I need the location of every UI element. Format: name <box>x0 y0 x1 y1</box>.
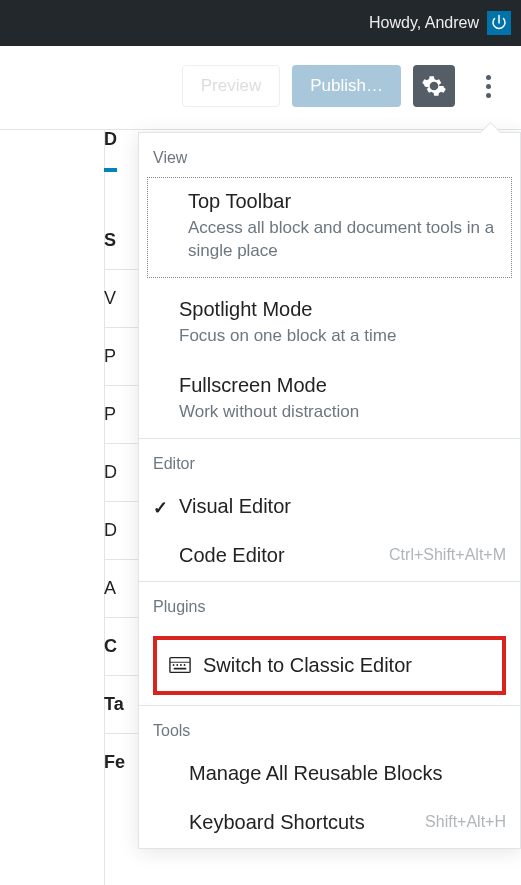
section-label-plugins: Plugins <box>139 582 520 626</box>
menu-item-title: Fullscreen Mode <box>179 374 506 397</box>
menu-item-keyboard-shortcuts[interactable]: Keyboard Shortcuts Shift+Alt+H <box>139 799 520 848</box>
divider <box>0 129 521 130</box>
menu-item-title: Visual Editor <box>179 495 506 518</box>
keyboard-shortcut: Ctrl+Shift+Alt+M <box>389 546 506 564</box>
gear-icon <box>421 73 447 99</box>
menu-item-title: Manage All Reusable Blocks <box>189 762 506 785</box>
section-label-editor: Editor <box>139 439 520 483</box>
editor-toolbar: Preview Publish… <box>0 46 521 126</box>
admin-bar: Howdy, Andrew <box>0 0 521 46</box>
menu-item-title: Switch to Classic Editor <box>203 654 412 677</box>
menu-item-fullscreen-mode[interactable]: Fullscreen Mode Work without distraction <box>139 362 520 438</box>
preview-button[interactable]: Preview <box>182 65 280 107</box>
menu-item-visual-editor[interactable]: ✓ Visual Editor <box>139 483 520 532</box>
publish-button[interactable]: Publish… <box>292 65 401 107</box>
user-avatar[interactable] <box>487 11 511 35</box>
check-icon: ✓ <box>153 497 168 519</box>
settings-button[interactable] <box>413 65 455 107</box>
tab-document[interactable]: D <box>104 129 117 172</box>
menu-item-spotlight-mode[interactable]: Spotlight Mode Focus on one block at a t… <box>139 286 520 362</box>
more-menu-button[interactable] <box>467 65 509 107</box>
keyboard-icon <box>169 656 191 674</box>
power-icon <box>490 14 508 32</box>
menu-item-top-toolbar[interactable]: Top Toolbar Access all block and documen… <box>147 177 512 278</box>
kebab-icon <box>486 75 491 98</box>
menu-item-reusable-blocks[interactable]: Manage All Reusable Blocks <box>139 750 520 799</box>
menu-item-switch-classic-editor[interactable]: Switch to Classic Editor <box>153 636 506 695</box>
keyboard-shortcut: Shift+Alt+H <box>425 813 506 831</box>
menu-item-title: Spotlight Mode <box>179 298 506 321</box>
menu-item-title: Top Toolbar <box>188 190 497 213</box>
menu-item-desc: Work without distraction <box>179 401 506 424</box>
menu-item-code-editor[interactable]: Code Editor Ctrl+Shift+Alt+M <box>139 532 520 581</box>
menu-item-desc: Access all block and document tools in a… <box>188 217 497 263</box>
menu-item-desc: Focus on one block at a time <box>179 325 506 348</box>
more-menu-dropdown: View Top Toolbar Access all block and do… <box>138 132 521 849</box>
greeting-text[interactable]: Howdy, Andrew <box>369 14 479 32</box>
section-label-tools: Tools <box>139 706 520 750</box>
section-label-view: View <box>139 133 520 177</box>
